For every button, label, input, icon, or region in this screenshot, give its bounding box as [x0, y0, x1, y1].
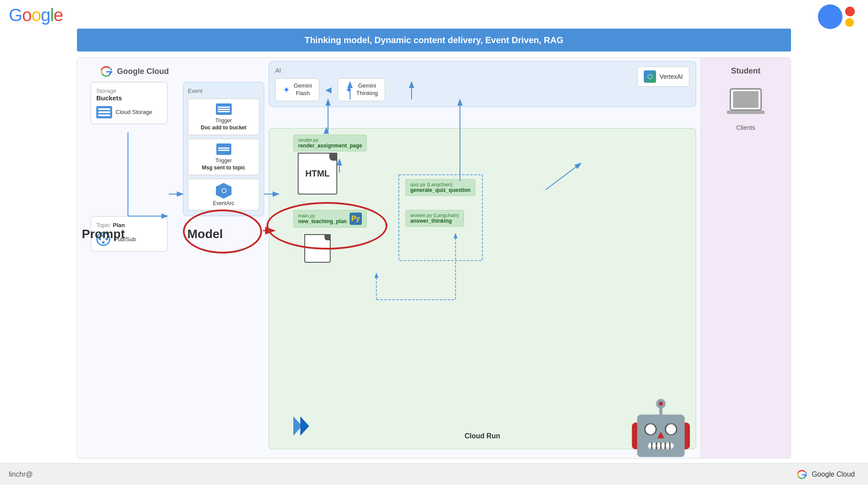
main-file: main.py: [298, 213, 347, 218]
trigger-doc-icon: [215, 103, 233, 116]
doc-corner2: [325, 234, 331, 240]
eventarc-icon: ⬡: [192, 183, 255, 198]
logo-g2: g: [41, 5, 50, 25]
html-doc-icon: HTML: [298, 153, 337, 195]
google-cloud-label: Google Cloud: [99, 66, 169, 77]
cs-line3: [98, 114, 110, 116]
svg-rect-6: [727, 110, 765, 114]
student-label: Student: [731, 66, 761, 76]
ai-models-row: ✦ GeminiFlash ◀ ✦ GeminiThinking: [275, 78, 689, 101]
gemini-flash-text: GeminiFlash: [294, 82, 312, 97]
eventarc-label: EventArc: [192, 200, 255, 206]
assistant-dot-yellow: [845, 18, 854, 27]
cloud-storage-icon: [96, 106, 112, 118]
assistant-dot-red: [845, 7, 855, 16]
laptop-icon: [726, 87, 766, 120]
gemini-thinking-text: GeminiThinking: [356, 82, 378, 97]
gemini-thinking-box: ✦ GeminiThinking: [338, 78, 385, 101]
trigger-msg-box: Trigger Msg sent to topic: [188, 139, 259, 175]
answer-fn: answer_thinking: [410, 218, 459, 224]
linchr-text: linchr@: [9, 470, 33, 478]
python-icon: Py: [350, 213, 362, 225]
quiz-box: quiz.py (Langchain) generate_quiz_questi…: [405, 179, 475, 196]
html-corner-fold: [329, 153, 337, 161]
vertexai-icon: ⬡: [644, 70, 656, 83]
cs-line1: [98, 108, 110, 110]
render-file: render.py: [298, 137, 362, 143]
trigger-msg-icon: [215, 143, 233, 156]
student-panel: Student Clients: [700, 58, 791, 458]
vertexai-label: VertexAI: [660, 73, 683, 80]
bottom-gc-logo: Google Cloud: [796, 470, 855, 479]
assistant-circle: [818, 4, 842, 29]
banner-text: Thinking model, Dynamic content delivery…: [305, 35, 564, 45]
trigger-msg-text: Trigger Msg sent to topic: [192, 158, 255, 171]
event-box: Event Trigger Doc add to bucket: [183, 82, 264, 216]
bottom-gc-icon: [796, 470, 808, 479]
logo-e: e: [54, 5, 63, 25]
svg-rect-5: [733, 91, 759, 108]
gemini-thinking-icon: ✦: [345, 85, 353, 95]
bottom-gc-text: Google Cloud: [812, 470, 855, 478]
storage-buckets: Buckets: [96, 94, 162, 102]
robot-character: 🤖: [628, 401, 694, 454]
doc-icon2: [304, 234, 331, 263]
google-cloud-icon: [99, 66, 113, 77]
ai-section: AI ✦ GeminiFlash ◀ ✦ GeminiThinking: [269, 61, 696, 107]
main-fn: new_teaching_plan: [298, 218, 347, 224]
cs-line2: [98, 111, 110, 113]
eventarc-hex: ⬡: [216, 183, 232, 198]
cloud-run-chevrons: [293, 416, 309, 436]
prompt-label: Prompt: [82, 227, 125, 241]
assistant-icon: [818, 4, 855, 29]
gemini-flash-icon: ✦: [283, 85, 290, 95]
trigger-doc-text: Trigger Doc add to bucket: [192, 118, 255, 131]
gemini-flash-box: ✦ GeminiFlash: [275, 78, 319, 101]
main-box: main.py new_teaching_plan Py: [293, 210, 367, 228]
quiz-fn: generate_quiz_question: [410, 187, 470, 193]
ai-section-label: AI: [275, 67, 689, 74]
logo-g: G: [9, 5, 22, 25]
google-logo: Google: [9, 5, 63, 25]
logo-o2: o: [31, 5, 40, 25]
storage-box: Storage Buckets Cloud Storage: [91, 82, 168, 124]
event-label: Event: [188, 88, 259, 94]
gc-text: Google Cloud: [117, 67, 169, 76]
render-fn: render_assignment_page: [298, 143, 362, 149]
render-box: render.py render_assignment_page: [293, 135, 367, 151]
storage-title: Storage: [96, 88, 162, 94]
cloud-storage-label: Cloud Storage: [116, 108, 152, 116]
cloud-storage-item: Cloud Storage: [96, 106, 162, 118]
logo-l: l: [50, 5, 54, 25]
trigger-doc-box: Trigger Doc add to bucket: [188, 99, 259, 135]
html-label: HTML: [305, 169, 330, 179]
bottom-bar: linchr@ Google Cloud: [0, 463, 868, 485]
model-label: Model: [187, 227, 223, 241]
clients-label: Clients: [737, 124, 755, 131]
cloud-run-label: Cloud Run: [465, 432, 500, 440]
answer-box: answer.py (Langchain) answer_thinking: [405, 210, 464, 227]
eventarc-box: ⬡ EventArc: [188, 179, 259, 210]
banner: Thinking model, Dynamic content delivery…: [77, 29, 791, 51]
assistant-dots: [845, 7, 855, 27]
answer-file: answer.py (Langchain): [410, 213, 459, 218]
back-arrow: ◀: [325, 85, 332, 95]
diagram-area: Google Cloud Storage Buckets Cloud Stora…: [77, 57, 791, 459]
quiz-file: quiz.py (Langchain): [410, 182, 470, 187]
vertexai-box: ⬡ VertexAI: [637, 66, 689, 87]
logo-o1: o: [22, 5, 31, 25]
